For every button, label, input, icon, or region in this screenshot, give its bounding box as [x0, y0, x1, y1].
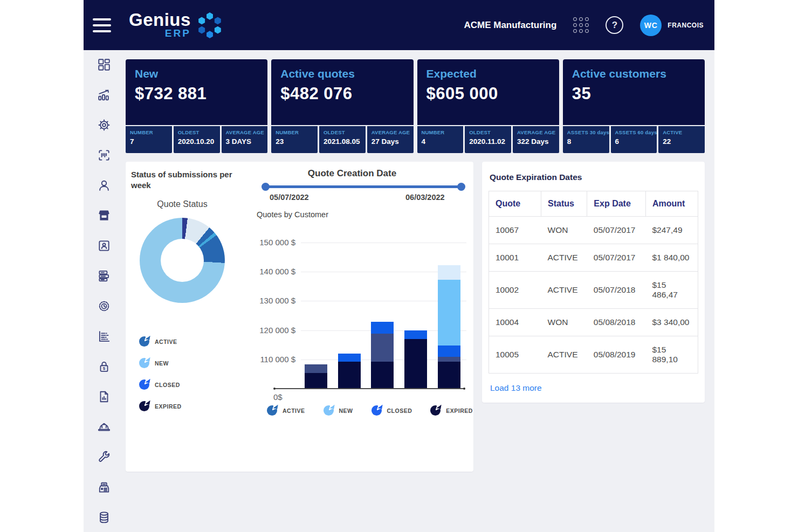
donut-legend: ACTIVE NEW CLOSED EXPIRED	[139, 336, 182, 411]
table-cell: 10002	[489, 272, 541, 309]
analytics-icon[interactable]	[97, 88, 111, 102]
bar-segment-active	[438, 357, 460, 362]
legend-item[interactable]: EXPIRED	[139, 401, 182, 411]
table-column-header[interactable]: Amount	[645, 191, 698, 217]
kpi-stat-label: ASSETS 60 days	[615, 129, 656, 135]
stacked-bar[interactable]	[371, 322, 394, 388]
legend-label: NEW	[155, 360, 169, 367]
table-column-header[interactable]: Status	[541, 191, 587, 217]
database-icon[interactable]	[97, 510, 111, 524]
legend-item[interactable]: NEW	[139, 358, 182, 368]
legend-item[interactable]: EXPIRED	[430, 405, 473, 416]
table-row[interactable]: 10001ACTIVE05/07/2017$1 840,00	[489, 244, 698, 272]
kpi-stat-value: 23	[276, 137, 317, 146]
kpi-card[interactable]: Active customers 35 ASSETS 30 days 8 ASS…	[563, 59, 705, 153]
barcode-scan-icon[interactable]	[97, 148, 111, 162]
legend-item[interactable]: CLOSED	[139, 379, 182, 390]
kpi-stats: ASSETS 30 days 8 ASSETS 60 days 6 ACTIVE…	[563, 126, 705, 153]
legend-item[interactable]: ACTIVE	[139, 336, 182, 347]
wrench-icon[interactable]	[97, 450, 111, 464]
quote-status-donut-chart[interactable]	[140, 218, 225, 303]
table-column-header[interactable]: Quote	[489, 191, 541, 217]
report-list-icon[interactable]	[97, 329, 111, 343]
pie-legend-icon	[139, 358, 149, 368]
table-cell: $1 840,00	[645, 244, 698, 272]
load-more-link[interactable]: Load 13 more	[490, 383, 542, 393]
legend-item[interactable]: CLOSED	[372, 405, 412, 416]
kpi-stats: NUMBER 4 OLDEST 2020.11.02 AVERAGE AGE 3…	[417, 126, 559, 153]
kpi-card[interactable]: Expected $605 000 NUMBER 4 OLDEST 2020.1…	[417, 59, 559, 153]
table-cell: 10067	[489, 217, 541, 244]
kpi-value: $482 076	[280, 84, 408, 103]
table-cell: 05/08/2018	[587, 309, 646, 336]
slider-handle-end[interactable]	[457, 183, 465, 191]
y-axis-tick-label: 130 000 $	[217, 296, 295, 306]
cash-register-icon[interactable]	[97, 480, 111, 494]
date-range-slider[interactable]	[263, 185, 464, 188]
kpi-stat: NUMBER 7	[126, 126, 172, 153]
store-icon[interactable]	[97, 209, 111, 223]
kpi-stat-label: NUMBER	[130, 129, 171, 135]
documents-stack-icon[interactable]	[97, 269, 111, 283]
avatar[interactable]: WC	[640, 15, 662, 36]
bar-segment-active	[371, 334, 394, 362]
logo-mark-icon	[196, 11, 224, 39]
hard-hat-icon[interactable]	[97, 420, 111, 434]
kpi-stat-value: 322 Days	[517, 137, 558, 146]
apps-grid-icon[interactable]	[573, 17, 589, 33]
dashboard-icon[interactable]	[97, 58, 111, 72]
kpi-stat-label: AVERAGE AGE	[372, 129, 412, 135]
user-icon[interactable]	[97, 178, 111, 192]
kpi-stat-value: 8	[567, 137, 608, 146]
document-chart-icon[interactable]	[97, 390, 111, 404]
charts-panel: Status of submissions per week Quote Sta…	[126, 162, 473, 472]
hamburger-menu-icon[interactable]	[93, 18, 111, 32]
legend-item[interactable]: ACTIVE	[267, 405, 305, 416]
creation-date-title: Quote Creation Date	[271, 168, 433, 179]
table-cell: 05/07/2017	[587, 217, 646, 244]
kpi-title: New	[135, 67, 262, 80]
table-column-header[interactable]: Exp Date	[587, 191, 646, 217]
kpi-stat: OLDEST 2020.11.02	[465, 126, 511, 153]
bar-segment-expired	[438, 362, 460, 388]
kpi-stats: NUMBER 7 OLDEST 2020.10.20 AVERAGE AGE 3…	[126, 126, 267, 153]
table-cell: $15 486,47	[645, 272, 698, 309]
table-row[interactable]: 10002ACTIVE05/07/2018$15 486,47	[489, 272, 698, 309]
stacked-bar[interactable]	[438, 265, 460, 388]
kpi-card[interactable]: New $732 881 NUMBER 7 OLDEST 2020.10.20 …	[126, 59, 267, 153]
legend-item[interactable]: NEW	[324, 405, 353, 416]
range-start-date: 05/07/2022	[270, 193, 309, 202]
table-row[interactable]: 10004WON05/08/2018$3 340,00	[489, 309, 698, 336]
pie-legend-icon	[139, 379, 149, 390]
range-end-date: 06/03/2022	[405, 193, 445, 202]
kpi-card[interactable]: Active quotes $482 076 NUMBER 23 OLDEST …	[271, 59, 413, 153]
bar-segment-closed	[404, 330, 427, 339]
contact-card-icon[interactable]	[97, 239, 111, 253]
user-menu[interactable]: WC FRANCOIS	[640, 15, 704, 36]
help-icon[interactable]: ?	[606, 16, 623, 34]
settings-gear-icon[interactable]	[97, 118, 111, 132]
y-axis-tick-label: 140 000 $	[217, 267, 295, 277]
bar-segment-closed	[438, 346, 460, 357]
table-row[interactable]: 10005ACTIVE05/08/2019$15 889,10	[489, 336, 698, 374]
pie-legend-icon	[324, 405, 334, 416]
stacked-bar[interactable]	[338, 354, 361, 388]
stacked-bar[interactable]	[404, 330, 427, 388]
bar-segment-closed	[371, 322, 394, 334]
legend-label: NEW	[339, 407, 353, 414]
genius-erp-logo: Genius ERP	[129, 11, 224, 39]
bar-chart-legend: ACTIVE NEW CLOSED EXPIRED	[267, 405, 473, 416]
stacked-bar[interactable]	[305, 364, 327, 388]
quality-badge-icon[interactable]	[97, 299, 111, 313]
expiration-table-panel: Quote Expiration Dates QuoteStatusExp Da…	[482, 162, 705, 403]
slider-handle-start[interactable]	[262, 183, 270, 191]
axis-dot-left	[273, 388, 276, 390]
kpi-title: Active quotes	[280, 67, 408, 80]
kpi-stat-value: 7	[130, 137, 171, 146]
table-row[interactable]: 10067WON05/07/2017$247,49	[489, 217, 698, 244]
bar-segment-new	[438, 280, 460, 346]
table-cell: ACTIVE	[541, 272, 587, 309]
financial-lock-icon[interactable]: $	[97, 360, 111, 374]
legend-label: ACTIVE	[155, 338, 177, 345]
table-cell: $247,49	[645, 217, 698, 244]
